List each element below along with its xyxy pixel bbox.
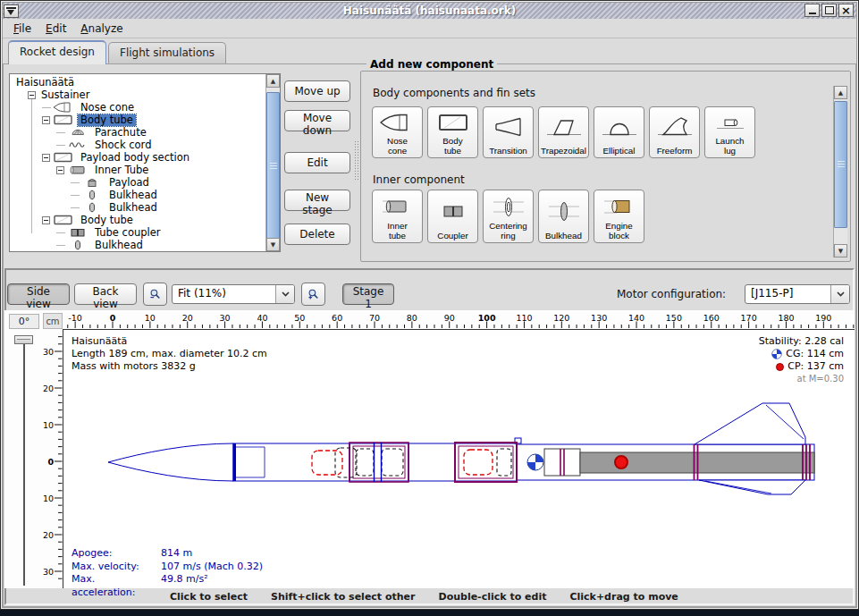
tree-item-payload-body-section[interactable]: Payload body section bbox=[10, 151, 265, 164]
fin-top-outline bbox=[695, 403, 805, 444]
component-panel-scrollbar[interactable]: ▲ ▼ bbox=[833, 86, 847, 257]
body-tube-icon bbox=[433, 108, 474, 137]
add-freeform-button[interactable]: Freeform bbox=[649, 106, 700, 158]
titlebar[interactable]: Haisunäätä (haisunaata.ork) × bbox=[3, 3, 856, 20]
rotation-slider-handle[interactable] bbox=[14, 335, 33, 344]
vertical-ruler: -30-20-100102030 bbox=[43, 329, 63, 588]
tree-expander-icon[interactable] bbox=[42, 154, 50, 162]
inner-tube-icon bbox=[377, 191, 418, 222]
edit-button[interactable]: Edit bbox=[284, 152, 350, 173]
tree-item-sustainer[interactable]: Sustainer bbox=[10, 89, 265, 101]
rocket-info-block: HaisunäätäLength 189 cm, max. diameter 1… bbox=[72, 335, 267, 373]
menu-edit[interactable]: Edit bbox=[40, 21, 75, 37]
component-button-label: Bulkhead bbox=[545, 232, 582, 241]
stability-value: Stability: 2.28 cal bbox=[759, 335, 844, 348]
svg-text:30: 30 bbox=[43, 567, 54, 577]
new-stage-button[interactable]: New stage bbox=[284, 190, 350, 211]
rocket-info-line: Mass with motors 3832 g bbox=[72, 360, 267, 373]
move-up-button[interactable]: Move up bbox=[284, 80, 350, 102]
tree-item-haisun-t[interactable]: Haisunäätä bbox=[10, 76, 265, 89]
add-centering-ring-button[interactable]: Centering ring bbox=[483, 190, 534, 243]
tree-item-label: Bulkhead bbox=[106, 202, 160, 214]
flight-stat-label: Max. velocity: bbox=[72, 561, 161, 574]
close-button[interactable]: × bbox=[838, 4, 854, 17]
component-tree: HaisunäätäSustainerNose coneBody tubePar… bbox=[10, 76, 265, 251]
bulkhead-icon bbox=[543, 191, 585, 232]
scroll-up-icon[interactable]: ▲ bbox=[266, 74, 280, 88]
window-menu-button[interactable] bbox=[4, 4, 19, 18]
svg-text:80: 80 bbox=[407, 313, 417, 323]
splitter-handle[interactable] bbox=[354, 140, 359, 181]
mach-note: at M=0.30 bbox=[759, 373, 844, 385]
tree-item-payload[interactable]: Payload bbox=[10, 176, 265, 189]
tree-scrollbar[interactable]: ▲ ▼ bbox=[265, 74, 280, 251]
minimize-button[interactable] bbox=[804, 4, 820, 17]
add-transition-button[interactable]: Transition bbox=[483, 106, 534, 158]
desktop: Haisunäätä (haisunaata.ork) × FileEditAn… bbox=[0, 0, 859, 616]
tree-item-tube-coupler[interactable]: Tube coupler bbox=[10, 226, 265, 239]
zoom-in-button[interactable] bbox=[301, 283, 325, 306]
component-button-label: Elliptical bbox=[603, 147, 636, 156]
scroll-down-icon[interactable]: ▼ bbox=[266, 238, 280, 251]
menu-file[interactable]: File bbox=[8, 21, 40, 37]
motor-configuration-select[interactable]: [J115-P] bbox=[745, 284, 850, 304]
tree-item-body-tube[interactable]: Body tube bbox=[10, 214, 265, 226]
tree-item-label: Body tube bbox=[78, 114, 136, 126]
tree-item-body-tube[interactable]: Body tube bbox=[10, 114, 265, 126]
zoom-out-button[interactable] bbox=[143, 283, 167, 306]
tree-expander-icon[interactable] bbox=[56, 166, 64, 174]
group-label-inner: Inner component bbox=[373, 173, 465, 186]
add-nose-cone-button[interactable]: Nose cone bbox=[372, 106, 423, 158]
tree-expander-icon[interactable] bbox=[28, 91, 36, 99]
svg-text:90: 90 bbox=[444, 313, 455, 323]
component-button-label: Centering ring bbox=[489, 222, 527, 240]
side-view-button[interactable]: Side view bbox=[7, 283, 70, 305]
tree-item-bulkhead[interactable]: Bulkhead bbox=[10, 239, 265, 251]
cg-marker bbox=[527, 454, 543, 470]
body-tube-icon bbox=[53, 114, 74, 125]
svg-text:70: 70 bbox=[369, 313, 380, 323]
tree-expander-icon[interactable] bbox=[42, 116, 50, 124]
tree-connector bbox=[56, 132, 65, 133]
scroll-down-icon[interactable]: ▼ bbox=[834, 244, 847, 257]
component-scrollbar-thumb[interactable] bbox=[834, 101, 847, 228]
add-trapezoidal-button[interactable]: Trapezoidal bbox=[538, 106, 589, 158]
tree-connector bbox=[56, 245, 65, 246]
tab-flight-simulations[interactable]: Flight simulations bbox=[108, 42, 226, 63]
move-down-button[interactable]: Move down bbox=[284, 110, 350, 131]
tree-item-inner-tube[interactable]: Inner Tube bbox=[10, 164, 265, 176]
tab-rocket-design[interactable]: Rocket design bbox=[8, 40, 106, 64]
zoom-select[interactable]: Fit (11%) bbox=[172, 284, 295, 304]
tree-item-nose-cone[interactable]: Nose cone bbox=[10, 101, 265, 114]
svg-text:-30: -30 bbox=[43, 347, 54, 357]
add-elliptical-button[interactable]: Elliptical bbox=[594, 106, 644, 158]
flight-stat-label: Max. acceleration: bbox=[72, 573, 161, 599]
tree-item-bulkhead[interactable]: Bulkhead bbox=[10, 201, 265, 214]
add-body-tube-button[interactable]: Body tube bbox=[427, 106, 478, 158]
svg-text:170: 170 bbox=[741, 313, 757, 323]
svg-text:30: 30 bbox=[220, 313, 231, 323]
rotation-angle-label: 0° bbox=[9, 314, 39, 329]
flight-stat-label: Apogee: bbox=[72, 547, 161, 561]
add-coupler-button[interactable]: Coupler bbox=[427, 190, 478, 243]
delete-button[interactable]: Delete bbox=[284, 224, 350, 245]
window-menu-icon bbox=[6, 7, 16, 15]
scroll-up-icon[interactable]: ▲ bbox=[834, 86, 847, 99]
add-launch-lug-button[interactable]: Launch lug bbox=[704, 106, 755, 158]
rocket-canvas[interactable]: HaisunäätäLength 189 cm, max. diameter 1… bbox=[63, 329, 855, 588]
nose-cone-icon bbox=[53, 102, 74, 113]
tree-item-shock-cord[interactable]: Shock cord bbox=[10, 139, 265, 151]
rotation-slider-track[interactable] bbox=[23, 339, 25, 586]
stage-1-toggle[interactable]: Stage 1 bbox=[342, 283, 394, 305]
back-view-button[interactable]: Back view bbox=[74, 283, 137, 305]
menu-analyze[interactable]: Analyze bbox=[75, 21, 131, 37]
tree-scrollbar-thumb[interactable] bbox=[266, 92, 280, 240]
svg-text:0: 0 bbox=[47, 457, 54, 467]
tree-item-parachute[interactable]: Parachute bbox=[10, 126, 265, 139]
maximize-button[interactable] bbox=[821, 4, 837, 17]
add-bulkhead-button[interactable]: Bulkhead bbox=[538, 190, 589, 243]
tree-item-bulkhead[interactable]: Bulkhead bbox=[10, 189, 265, 201]
add-engine-block-button[interactable]: Engine block bbox=[594, 190, 644, 243]
tree-expander-icon[interactable] bbox=[42, 216, 50, 224]
add-inner-tube-button[interactable]: Inner tube bbox=[372, 190, 423, 243]
